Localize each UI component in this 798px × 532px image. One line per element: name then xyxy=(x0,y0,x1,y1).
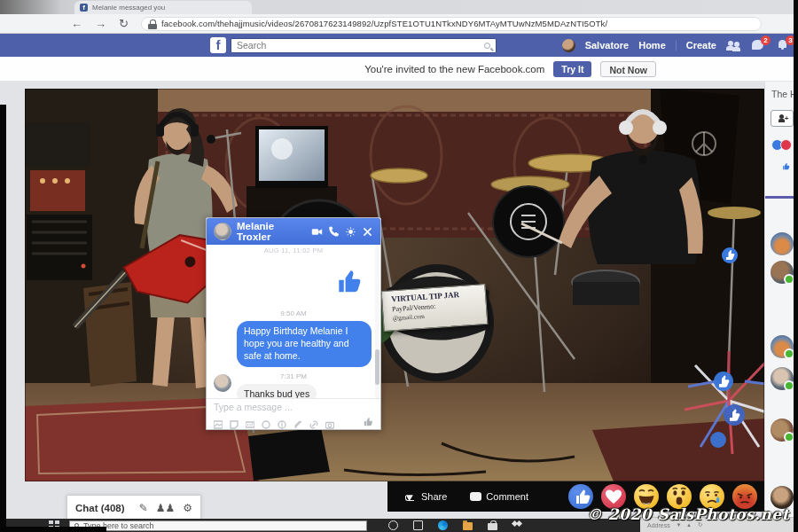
close-icon[interactable] xyxy=(362,226,373,238)
browser-toolbar: ← → ↻ facebook.com/thehajjmusic/videos/2… xyxy=(0,14,798,34)
facebook-header: f Salvatore Home Create 2 3 xyxy=(0,34,798,57)
task-view-icon[interactable] xyxy=(413,520,423,530)
message-timestamp: 7:31 PM xyxy=(207,372,380,380)
incoming-message: Thanks bud yes xyxy=(237,384,317,398)
chat-settings-gear-icon[interactable] xyxy=(345,226,356,238)
chat-message-list[interactable]: AUG 11, 11:02 PM 9:50 AM Happy Birthday … xyxy=(207,245,380,398)
outgoing-message: Happy Birthday Melanie I hope you are he… xyxy=(237,321,372,367)
friend-requests-icon[interactable] xyxy=(726,40,741,51)
create-link[interactable]: Create xyxy=(686,40,716,51)
microsoft-store-icon[interactable] xyxy=(488,523,497,530)
chat-count-label: Chat (408) xyxy=(75,503,131,513)
user-avatar[interactable] xyxy=(562,39,575,52)
dropbox-icon[interactable] xyxy=(512,520,522,530)
facebook-search-input[interactable] xyxy=(237,40,481,51)
chat-header[interactable]: Melanie Troxler xyxy=(207,218,380,245)
divider xyxy=(676,40,677,51)
edge-browser-icon[interactable] xyxy=(438,520,448,530)
voice-call-icon[interactable] xyxy=(328,226,340,238)
facebook-header-right: Salvatore Home Create 2 3 xyxy=(562,34,791,57)
facebook-favicon: f xyxy=(80,4,88,12)
url-text: facebook.com/thehajjmusic/videos/2670817… xyxy=(161,19,607,28)
chat-date-header: AUG 11, 11:02 PM xyxy=(207,246,380,254)
photo-edge xyxy=(0,527,106,532)
photo-of-screen: f Melanie messaged you ← → ↻ facebook.co… xyxy=(0,0,798,532)
notifications-icon[interactable]: 3 xyxy=(776,40,791,51)
people-icon[interactable]: ♟♟ xyxy=(156,503,176,513)
like-sticker xyxy=(332,266,363,296)
love-count-icon xyxy=(780,139,792,151)
forward-icon[interactable]: → xyxy=(95,18,106,29)
wooden-chair xyxy=(83,282,137,387)
contact-avatar[interactable] xyxy=(771,261,794,284)
contact-avatar[interactable] xyxy=(771,232,794,255)
browser-tab-strip: f Melanie messaged you xyxy=(0,0,798,14)
cortana-icon[interactable] xyxy=(388,520,398,530)
link-icon[interactable] xyxy=(309,417,318,426)
sticker-icon[interactable] xyxy=(230,417,239,426)
gif-icon[interactable] xyxy=(246,417,254,426)
banner-text: You're invited to the new Facebook.com xyxy=(364,64,544,74)
messenger-icon[interactable]: 2 xyxy=(751,40,766,51)
home-link[interactable]: Home xyxy=(638,40,666,51)
contact-avatar[interactable] xyxy=(771,335,794,358)
contact-name: Melanie Troxler xyxy=(237,221,306,242)
composer-placeholder[interactable]: Type a message ... xyxy=(214,402,373,412)
attachment-icon[interactable] xyxy=(293,417,302,426)
chat-sidebar-dock[interactable]: Chat (408) ✎ ♟♟ ⚙ xyxy=(66,495,201,520)
new-message-icon[interactable]: ✎ xyxy=(139,503,148,513)
new-facebook-banner: You're invited to the new Facebook.com T… xyxy=(0,57,798,82)
floating-like-icon xyxy=(779,160,791,171)
try-it-button[interactable]: Try It xyxy=(553,61,591,77)
video-scene xyxy=(25,89,764,481)
page-body: VIRTUAL TIP JAR PayPal/Venmo: @gmail.com… xyxy=(0,82,798,519)
virtual-tip-jar-sign: VIRTUAL TIP JAR PayPal/Venmo: @gmail.com xyxy=(381,284,489,332)
photographer-watermark: © 2020 SalsPhotos.net xyxy=(587,505,789,523)
settings-gear-icon[interactable]: ⚙ xyxy=(183,503,192,513)
floating-like-reaction xyxy=(722,247,738,263)
reload-icon[interactable]: ↻ xyxy=(119,18,129,29)
add-friend-button[interactable]: + xyxy=(771,110,794,127)
browser-tab[interactable]: f Melanie messaged you xyxy=(74,1,252,14)
live-video-player[interactable]: VIRTUAL TIP JAR PayPal/Venmo: @gmail.com xyxy=(25,89,764,481)
facebook-search[interactable] xyxy=(231,38,497,53)
payment-icon[interactable] xyxy=(278,417,286,426)
add-person-icon: + xyxy=(778,114,786,122)
comment-button[interactable]: Comment xyxy=(486,491,528,502)
share-button[interactable]: Share xyxy=(421,491,447,502)
message-timestamp: 9:50 AM xyxy=(207,309,380,317)
file-explorer-icon[interactable] xyxy=(463,522,473,530)
like-button-icon[interactable] xyxy=(362,415,373,426)
camera-icon[interactable] xyxy=(325,417,334,426)
search-icon[interactable] xyxy=(484,43,490,49)
contact-avatar xyxy=(214,374,231,392)
photo-icon[interactable] xyxy=(214,417,223,426)
monitor-screen: f Melanie messaged you ← → ↻ facebook.co… xyxy=(0,0,798,532)
chat-composer[interactable]: Type a message ... xyxy=(207,398,380,431)
tab-title: Melanie messaged you xyxy=(92,4,165,12)
contact-avatar[interactable] xyxy=(771,367,794,390)
stage-monitor xyxy=(248,427,330,481)
padlock-icon xyxy=(150,20,156,25)
video-call-icon[interactable] xyxy=(311,226,323,238)
chat-scrollbar[interactable] xyxy=(375,245,379,398)
profile-link[interactable]: Salvatore xyxy=(585,40,630,51)
photo-edge xyxy=(794,0,798,532)
comment-icon[interactable] xyxy=(470,492,481,501)
contact-avatar xyxy=(214,223,231,240)
emoji-icon[interactable] xyxy=(262,417,270,426)
share-icon[interactable] xyxy=(405,492,417,501)
address-bar[interactable]: facebook.com/thehajjmusic/videos/2670817… xyxy=(141,17,762,31)
messenger-chat-window: Melanie Troxler AUG 11, 11:02 PM 9:50 AM… xyxy=(206,217,381,430)
contact-avatar[interactable] xyxy=(771,419,794,442)
back-icon[interactable]: ← xyxy=(71,18,82,29)
facebook-logo[interactable]: f xyxy=(210,37,226,53)
photo-edge xyxy=(0,105,6,532)
not-now-button[interactable]: Not Now xyxy=(600,61,656,77)
messenger-badge: 2 xyxy=(761,35,771,45)
taskbar-icons xyxy=(388,520,522,530)
taskbar-search[interactable]: Type here to search xyxy=(69,520,367,531)
amp-stack xyxy=(25,122,92,280)
composer-toolbar xyxy=(214,415,373,426)
